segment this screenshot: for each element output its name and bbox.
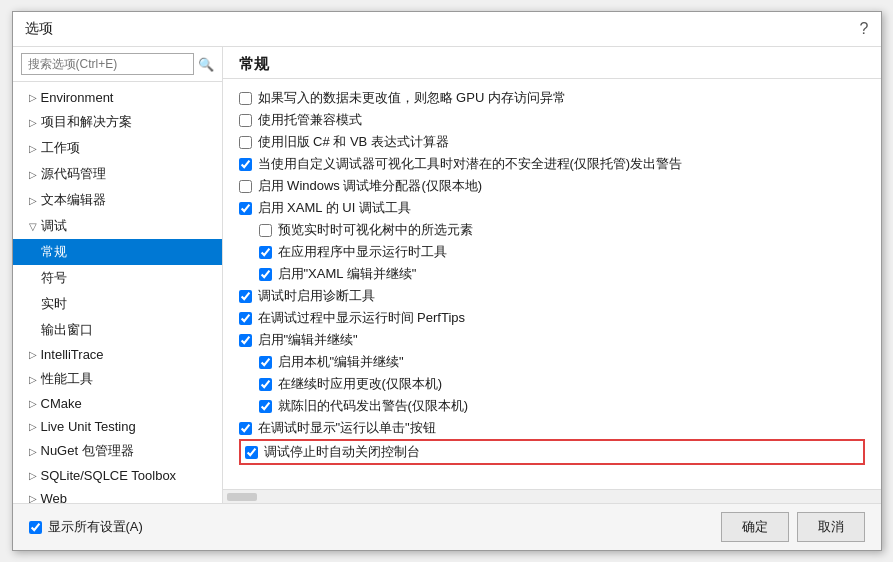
tree-item-environment[interactable]: ▷ Environment bbox=[13, 86, 222, 109]
option-row-unsafe-warn: 当使用自定义调试器可视化工具时对潜在的不安全进程(仅限托管)发出警告 bbox=[239, 153, 865, 175]
arrow-icon: ▷ bbox=[29, 398, 37, 409]
checkbox-show-all[interactable] bbox=[29, 521, 42, 534]
option-row-native-enc: 启用本机"编辑并继续" bbox=[239, 351, 865, 373]
option-row-xaml-enc: 启用"XAML 编辑并继续" bbox=[239, 263, 865, 285]
tree-item-debug[interactable]: ▽ 调试 bbox=[13, 213, 222, 239]
ok-button[interactable]: 确定 bbox=[721, 512, 789, 542]
tree-item-label: 文本编辑器 bbox=[41, 191, 106, 209]
checkbox-managed-compat[interactable] bbox=[239, 114, 252, 127]
option-row-preview-tree: 预览实时时可视化树中的所选元素 bbox=[239, 219, 865, 241]
show-all-label: 显示所有设置(A) bbox=[48, 518, 143, 536]
show-all-settings: 显示所有设置(A) bbox=[29, 518, 143, 536]
option-label-preview-tree: 预览实时时可视化树中的所选元素 bbox=[278, 221, 473, 239]
tree-item-label: SQLite/SQLCE Toolbox bbox=[41, 468, 177, 483]
help-icon[interactable]: ? bbox=[860, 20, 869, 38]
search-input[interactable] bbox=[21, 53, 194, 75]
option-label-apply-on-continue: 在继续时应用更改(仅限本机) bbox=[278, 375, 443, 393]
tree-item-label: 常规 bbox=[41, 243, 67, 261]
option-label-enc: 启用"编辑并继续" bbox=[258, 331, 358, 349]
arrow-icon: ▽ bbox=[29, 221, 37, 232]
tree-item-source-control[interactable]: ▷ 源代码管理 bbox=[13, 161, 222, 187]
option-row-close-console: 调试停止时自动关闭控制台 bbox=[239, 439, 865, 465]
option-label-gpu: 如果写入的数据未更改值，则忽略 GPU 内存访问异常 bbox=[258, 89, 566, 107]
arrow-icon: ▷ bbox=[29, 446, 37, 457]
tree-item-live-unit-testing[interactable]: ▷ Live Unit Testing bbox=[13, 415, 222, 438]
tree-item-cmake[interactable]: ▷ CMake bbox=[13, 392, 222, 415]
option-label-close-console: 调试停止时自动关闭控制台 bbox=[264, 443, 420, 461]
tree-item-perf-tools[interactable]: ▷ 性能工具 bbox=[13, 366, 222, 392]
options-dialog: 选项 ? 🔍 ▷ Environment ▷ 项目和解决方案 ▷ bbox=[12, 11, 882, 551]
option-label-perftips: 在调试过程中显示运行时间 PerfTips bbox=[258, 309, 466, 327]
checkbox-stale-code-warn[interactable] bbox=[259, 400, 272, 413]
tree-item-intellitrace[interactable]: ▷ IntelliTrace bbox=[13, 343, 222, 366]
option-label-xaml-ui: 启用 XAML 的 UI 调试工具 bbox=[258, 199, 411, 217]
option-label-native-enc: 启用本机"编辑并继续" bbox=[278, 353, 404, 371]
tree-item-web[interactable]: ▷ Web bbox=[13, 487, 222, 503]
title-bar: 选项 ? bbox=[13, 12, 881, 47]
horizontal-scrollbar[interactable] bbox=[223, 489, 881, 503]
tree-item-debug-symbols[interactable]: 符号 bbox=[13, 265, 222, 291]
tree-item-label: 输出窗口 bbox=[41, 321, 93, 339]
tree-item-label: 项目和解决方案 bbox=[41, 113, 132, 131]
checkbox-preview-tree[interactable] bbox=[259, 224, 272, 237]
checkbox-runtime-tools[interactable] bbox=[259, 246, 272, 259]
cancel-button[interactable]: 取消 bbox=[797, 512, 865, 542]
tree-item-label: IntelliTrace bbox=[41, 347, 104, 362]
dialog-title: 选项 bbox=[25, 20, 53, 38]
arrow-icon: ▷ bbox=[29, 470, 37, 481]
checkbox-close-console[interactable] bbox=[245, 446, 258, 459]
option-row-gpu: 如果写入的数据未更改值，则忽略 GPU 内存访问异常 bbox=[239, 87, 865, 109]
checkbox-win-heap[interactable] bbox=[239, 180, 252, 193]
checkbox-xaml-ui[interactable] bbox=[239, 202, 252, 215]
option-row-diag-tools: 调试时启用诊断工具 bbox=[239, 285, 865, 307]
checkbox-legacy-eval[interactable] bbox=[239, 136, 252, 149]
option-row-xaml-ui: 启用 XAML 的 UI 调试工具 bbox=[239, 197, 865, 219]
option-row-run-click: 在调试时显示"运行以单击"按钮 bbox=[239, 417, 865, 439]
checkbox-unsafe-warn[interactable] bbox=[239, 158, 252, 171]
checkbox-enc[interactable] bbox=[239, 334, 252, 347]
checkbox-native-enc[interactable] bbox=[259, 356, 272, 369]
option-row-enc: 启用"编辑并继续" bbox=[239, 329, 865, 351]
tree-item-nuget[interactable]: ▷ NuGet 包管理器 bbox=[13, 438, 222, 464]
tree-item-text-editor[interactable]: ▷ 文本编辑器 bbox=[13, 187, 222, 213]
arrow-icon: ▷ bbox=[29, 169, 37, 180]
option-row-perftips: 在调试过程中显示运行时间 PerfTips bbox=[239, 307, 865, 329]
tree-item-debug-realtime[interactable]: 实时 bbox=[13, 291, 222, 317]
option-label-stale-code-warn: 就陈旧的代码发出警告(仅限本机) bbox=[278, 397, 469, 415]
tree-item-debug-general[interactable]: 常规 bbox=[13, 239, 222, 265]
option-label-managed-compat: 使用托管兼容模式 bbox=[258, 111, 362, 129]
tree-item-label: 实时 bbox=[41, 295, 67, 313]
tree-item-label: NuGet 包管理器 bbox=[41, 442, 134, 460]
tree-item-sqlite[interactable]: ▷ SQLite/SQLCE Toolbox bbox=[13, 464, 222, 487]
arrow-icon: ▷ bbox=[29, 374, 37, 385]
arrow-icon: ▷ bbox=[29, 493, 37, 503]
tree-item-debug-output[interactable]: 输出窗口 bbox=[13, 317, 222, 343]
bottom-bar: 显示所有设置(A) 确定 取消 bbox=[13, 503, 881, 550]
tree-item-label: 工作项 bbox=[41, 139, 80, 157]
search-box: 🔍 bbox=[13, 47, 222, 82]
arrow-icon: ▷ bbox=[29, 421, 37, 432]
checkbox-xaml-enc[interactable] bbox=[259, 268, 272, 281]
option-label-runtime-tools: 在应用程序中显示运行时工具 bbox=[278, 243, 447, 261]
option-label-diag-tools: 调试时启用诊断工具 bbox=[258, 287, 375, 305]
dialog-body: 🔍 ▷ Environment ▷ 项目和解决方案 ▷ 工作项 ▷ bbox=[13, 47, 881, 503]
option-label-unsafe-warn: 当使用自定义调试器可视化工具时对潜在的不安全进程(仅限托管)发出警告 bbox=[258, 155, 683, 173]
tree-item-label: Environment bbox=[41, 90, 114, 105]
arrow-icon: ▷ bbox=[29, 117, 37, 128]
checkbox-gpu[interactable] bbox=[239, 92, 252, 105]
checkbox-run-click[interactable] bbox=[239, 422, 252, 435]
checkbox-diag-tools[interactable] bbox=[239, 290, 252, 303]
right-panel: 常规 如果写入的数据未更改值，则忽略 GPU 内存访问异常 使用托管兼容模式 使… bbox=[223, 47, 881, 503]
option-row-stale-code-warn: 就陈旧的代码发出警告(仅限本机) bbox=[239, 395, 865, 417]
tree-item-work-items[interactable]: ▷ 工作项 bbox=[13, 135, 222, 161]
scroll-thumb[interactable] bbox=[227, 493, 257, 501]
option-label-run-click: 在调试时显示"运行以单击"按钮 bbox=[258, 419, 436, 437]
search-icon: 🔍 bbox=[198, 57, 214, 72]
checkbox-perftips[interactable] bbox=[239, 312, 252, 325]
arrow-icon: ▷ bbox=[29, 195, 37, 206]
tree-item-project-solution[interactable]: ▷ 项目和解决方案 bbox=[13, 109, 222, 135]
tree-item-label: 调试 bbox=[41, 217, 67, 235]
tree: ▷ Environment ▷ 项目和解决方案 ▷ 工作项 ▷ 源代码管理 ▷ bbox=[13, 82, 222, 503]
button-group: 确定 取消 bbox=[721, 512, 865, 542]
checkbox-apply-on-continue[interactable] bbox=[259, 378, 272, 391]
